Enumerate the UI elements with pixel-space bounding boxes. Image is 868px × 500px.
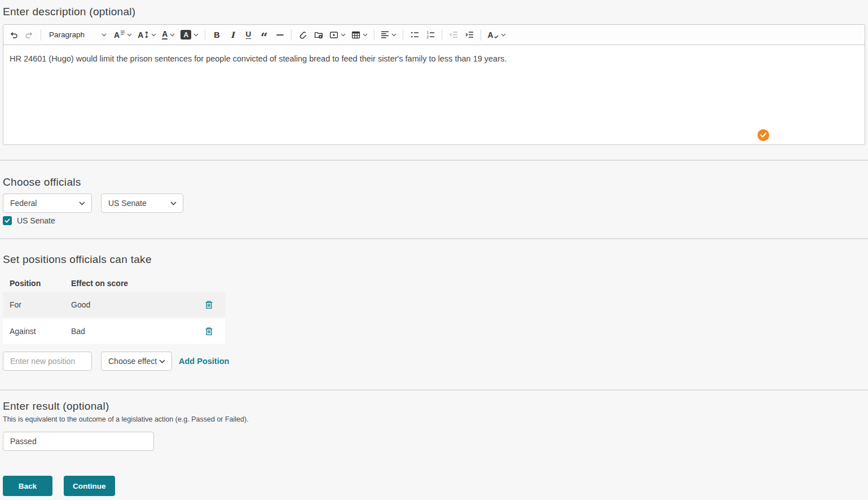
chevron-down-icon [391,33,396,37]
toolbar-separator [481,29,481,41]
chevron-down-icon [127,33,132,37]
chevron-down-icon [363,33,368,37]
section-divider [0,160,868,161]
section-divider [0,389,868,391]
positions-heading: Set positions officials can take [3,253,865,266]
chevron-down-icon [151,33,156,37]
positions-table-header: Position Effect on score [3,279,225,290]
block-quote-icon[interactable]: “ [256,27,272,43]
chevron-down-icon [102,33,107,37]
chevron-down-icon [170,201,177,205]
toolbar-separator [291,29,292,41]
chevron-down-icon [79,201,85,205]
insert-table-icon[interactable] [349,27,371,43]
trash-icon [205,327,213,336]
chevron-down-icon [159,359,165,363]
us-senate-checkbox[interactable] [3,216,12,225]
chevron-down-icon [501,33,506,37]
insert-file-icon[interactable] [311,27,327,43]
horizontal-line-icon[interactable] [272,27,288,43]
add-position-button[interactable]: Add Position [179,357,229,366]
editor-toolbar: Paragraph A A A A B [3,25,865,45]
new-position-input[interactable] [3,352,92,371]
underline-icon[interactable]: U [240,27,256,43]
chevron-down-icon [341,33,346,37]
redo-icon[interactable] [21,27,37,43]
insert-media-icon[interactable] [327,27,349,43]
table-row: Against Bad [3,319,225,344]
toolbar-separator [403,29,403,41]
check-icon [5,218,10,223]
description-heading: Enter description (optional) [3,0,865,19]
description-text: HR 24601 (Hugo) would limit the prison s… [10,53,858,64]
italic-icon[interactable]: I [224,27,240,43]
effect-column-header: Effect on score [71,279,128,290]
effect-select-value: Choose effect [108,357,157,366]
effect-cell: Bad [71,327,192,336]
back-button[interactable]: Back [3,476,52,496]
text-style-icon[interactable]: A [484,27,508,43]
result-input[interactable] [3,432,154,451]
delete-position-button[interactable] [204,326,214,337]
font-color-icon[interactable]: A [159,27,178,43]
position-cell: Against [10,327,71,336]
result-helper-text: This is equivalent to the outcome of a l… [3,415,865,423]
chevron-down-icon [193,33,199,37]
position-column-header: Position [10,279,71,290]
link-icon[interactable] [295,27,311,43]
body-select-value: US Senate [108,199,147,208]
us-senate-checkbox-label: US Senate [17,216,55,225]
text-alignment-icon[interactable] [378,27,399,43]
description-editor-area[interactable]: HR 24601 (Hugo) would limit the prison s… [3,45,865,144]
toolbar-separator [41,29,41,41]
svg-text:1: 1 [426,31,429,34]
continue-button[interactable]: Continue [64,476,115,496]
toolbar-separator [374,29,374,41]
bulleted-list-icon[interactable] [407,27,422,43]
effect-cell: Good [71,300,192,309]
toolbar-separator [442,29,442,41]
decrease-indent-icon[interactable] [446,27,461,43]
bold-icon[interactable]: B [209,27,224,43]
effect-select[interactable]: Choose effect [101,352,172,371]
rich-text-editor: Paragraph A A A A B [3,24,865,145]
svg-text:2: 2 [426,35,429,38]
numbered-list-icon[interactable]: 12 [422,27,438,43]
officials-heading: Choose officials [3,176,865,189]
undo-icon[interactable] [6,27,21,43]
check-icon [760,133,766,138]
font-size-icon[interactable]: A [135,27,159,43]
jurisdiction-select-value: Federal [10,199,37,208]
delete-position-button[interactable] [204,299,214,310]
jurisdiction-select[interactable]: Federal [3,194,92,213]
position-cell: For [10,300,71,309]
increase-indent-icon[interactable] [461,27,477,43]
result-heading: Enter result (optional) [3,400,865,413]
valid-check-badge [757,129,769,141]
section-divider [0,238,868,239]
paragraph-format-label: Paragraph [49,30,85,39]
toolbar-separator [205,29,205,41]
font-background-color-icon[interactable]: A [178,27,201,43]
chevron-down-icon [170,33,175,37]
trash-icon [205,300,213,309]
table-row: For Good [3,292,225,317]
font-family-icon[interactable]: A [111,27,135,43]
body-select[interactable]: US Senate [101,194,183,213]
positions-table: Position Effect on score For Good Agains… [3,279,225,344]
paragraph-format-dropdown[interactable]: Paragraph [45,27,111,43]
